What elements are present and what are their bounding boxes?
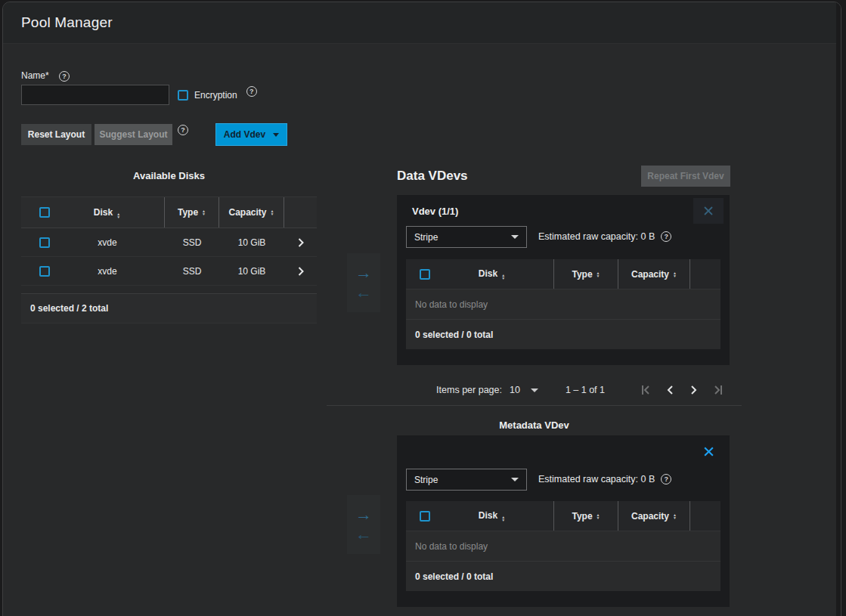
- data-vdevs-section-title: Data VDevs: [397, 169, 468, 184]
- column-header-type[interactable]: Type▲▼: [165, 197, 219, 228]
- name-label-row: Name* ?: [21, 70, 70, 82]
- sort-icon: ▲▼: [597, 513, 600, 519]
- sort-icon: ▲▼: [271, 209, 274, 215]
- reset-layout-button[interactable]: Reset Layout: [21, 124, 91, 145]
- vdev-layout-select[interactable]: Stripe: [406, 226, 527, 248]
- chevron-down-icon: [511, 478, 519, 481]
- last-page-button[interactable]: [706, 378, 730, 402]
- estimated-capacity: Estimated raw capacity: 0 B ?: [538, 474, 671, 484]
- chevron-down-icon: [273, 133, 279, 137]
- row-checkbox[interactable]: [39, 237, 50, 248]
- select-all-checkbox[interactable]: [39, 207, 50, 218]
- sort-icon: ▲▼: [116, 212, 120, 218]
- select-all-checkbox[interactable]: [420, 269, 430, 280]
- repeat-first-vdev-button[interactable]: Repeat First Vdev: [641, 166, 730, 187]
- row-checkbox[interactable]: [39, 266, 50, 277]
- app-header: Pool Manager: [3, 2, 841, 44]
- empty-state-text: No data to display: [406, 531, 720, 562]
- empty-state-text: No data to display: [406, 289, 720, 320]
- vdev-paginator: Items per page: 10 1 – 1 of 1: [397, 376, 730, 404]
- column-header-disk[interactable]: Disk▲▼: [50, 207, 164, 218]
- section-divider: [327, 405, 742, 406]
- page-range-text: 1 – 1 of 1: [566, 385, 605, 395]
- encryption-checkbox[interactable]: [178, 90, 188, 101]
- metadata-vdev-panel: Stripe Estimated raw capacity: 0 B ? Dis…: [397, 435, 730, 607]
- next-page-button[interactable]: [682, 378, 706, 402]
- row-expand-chevron-icon[interactable]: [284, 267, 317, 276]
- layout-selected-value: Stripe: [414, 475, 438, 485]
- metadata-vdev-transfer-controls: → ←: [347, 495, 380, 554]
- metadata-vdev-header-row: Disk▲▼ Type▲▼ Capacity▲▼: [406, 501, 720, 531]
- page-title: Pool Manager: [21, 14, 113, 31]
- close-vdev-button[interactable]: [693, 198, 724, 224]
- data-vdev-table: Disk▲▼ Type▲▼ Capacity▲▼ No data to disp…: [406, 259, 720, 349]
- select-all-checkbox[interactable]: [420, 511, 430, 522]
- capacity-help-icon[interactable]: ?: [661, 231, 671, 242]
- first-page-button[interactable]: [634, 378, 658, 402]
- metadata-vdev-section-title: Metadata VDev: [327, 419, 742, 431]
- type-cell: SSD: [165, 257, 219, 285]
- available-disks-footer: 0 selected / 2 total: [21, 293, 317, 323]
- suggest-layout-help-icon[interactable]: ?: [178, 125, 188, 135]
- table-gap: [21, 286, 317, 293]
- move-right-arrow-icon[interactable]: →: [355, 265, 372, 281]
- capacity-cell: 10 GiB: [219, 228, 284, 256]
- data-vdev-footer: 0 selected / 0 total: [406, 320, 720, 349]
- encryption-label: Encryption: [194, 90, 237, 101]
- close-icon: [703, 206, 714, 216]
- available-disks-table: Disk▲▼ Type▲▼ Capacity▲▼ xvde SSD 10 GiB: [21, 197, 317, 323]
- add-vdev-button[interactable]: Add Vdev: [215, 123, 287, 146]
- items-per-page-value[interactable]: 10: [510, 385, 520, 395]
- column-header-type[interactable]: Type▲▼: [554, 501, 618, 531]
- sort-icon: ▲▼: [501, 274, 505, 280]
- name-label: Name*: [21, 70, 49, 81]
- previous-page-button[interactable]: [658, 378, 682, 402]
- sort-icon: ▲▼: [501, 515, 505, 522]
- move-left-arrow-icon[interactable]: ←: [355, 526, 372, 543]
- scrollbar-gutter[interactable]: [836, 2, 841, 616]
- capacity-cell: 10 GiB: [219, 257, 284, 285]
- column-header-type[interactable]: Type▲▼: [554, 259, 618, 289]
- disk-cell: xvde: [50, 266, 165, 277]
- capacity-help-icon[interactable]: ?: [661, 474, 671, 484]
- name-help-icon[interactable]: ?: [59, 71, 70, 82]
- column-header-disk[interactable]: Disk▲▼: [430, 268, 553, 280]
- type-cell: SSD: [165, 228, 219, 256]
- close-metadata-vdev-button[interactable]: [693, 438, 724, 464]
- encryption-help-icon[interactable]: ?: [246, 86, 257, 97]
- column-header-capacity[interactable]: Capacity▲▼: [618, 259, 690, 289]
- sort-icon: ▲▼: [673, 271, 677, 277]
- items-per-page-chevron-down-icon[interactable]: [531, 388, 538, 392]
- table-row[interactable]: xvde SSD 10 GiB: [21, 228, 317, 257]
- metadata-vdev-table: Disk▲▼ Type▲▼ Capacity▲▼ No data to disp…: [406, 501, 720, 591]
- pool-manager-window: Pool Manager Name* ? Encryption ? Reset …: [2, 2, 841, 616]
- sort-icon: ▲▼: [202, 209, 206, 215]
- column-header-capacity[interactable]: Capacity▲▼: [618, 501, 690, 531]
- column-header-capacity[interactable]: Capacity▲▼: [219, 197, 284, 228]
- pool-manager-screen: Pool Manager Name* ? Encryption ? Reset …: [0, 0, 846, 616]
- move-right-arrow-icon[interactable]: →: [355, 506, 372, 523]
- available-disks-header-row: Disk▲▼ Type▲▼ Capacity▲▼: [21, 197, 317, 228]
- sort-icon: ▲▼: [673, 513, 677, 519]
- metadata-layout-select[interactable]: Stripe: [406, 469, 527, 491]
- layout-selected-value: Stripe: [414, 232, 438, 243]
- items-per-page-label: Items per page:: [436, 385, 502, 395]
- close-icon: [703, 446, 714, 457]
- column-header-disk[interactable]: Disk▲▼: [430, 510, 553, 522]
- metadata-vdev-footer: 0 selected / 0 total: [406, 562, 720, 591]
- add-vdev-label: Add Vdev: [224, 129, 265, 140]
- vdev-title: Vdev (1/1): [412, 206, 458, 217]
- name-input[interactable]: [21, 85, 169, 105]
- encryption-field: Encryption ?: [178, 90, 257, 101]
- row-expand-chevron-icon[interactable]: [284, 238, 317, 247]
- data-vdev-header-row: Disk▲▼ Type▲▼ Capacity▲▼: [406, 259, 720, 289]
- data-vdev-transfer-controls: → ←: [347, 253, 380, 312]
- estimated-capacity: Estimated raw capacity: 0 B ?: [538, 231, 671, 242]
- sort-icon: ▲▼: [597, 271, 600, 277]
- available-disks-title: Available Disks: [21, 170, 317, 181]
- suggest-layout-button[interactable]: Suggest Layout: [95, 124, 172, 145]
- table-row[interactable]: xvde SSD 10 GiB: [21, 257, 317, 286]
- disk-cell: xvde: [50, 237, 165, 248]
- move-left-arrow-icon[interactable]: ←: [355, 284, 372, 301]
- chevron-down-icon: [511, 235, 519, 239]
